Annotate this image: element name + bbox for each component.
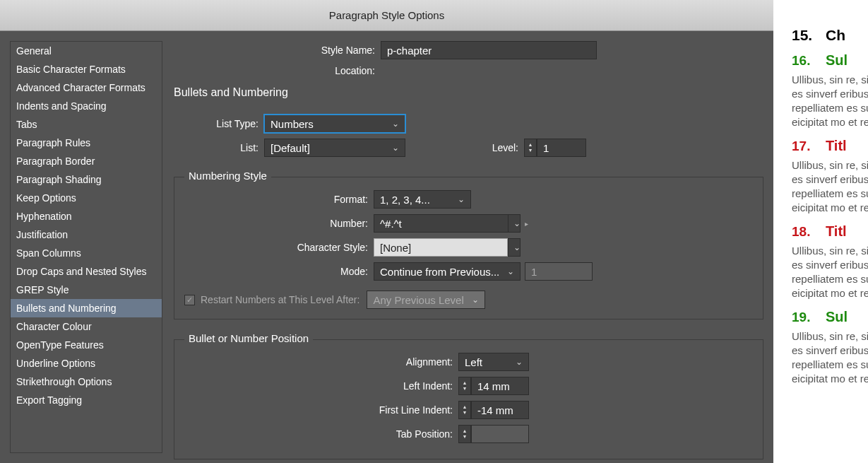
chevron-down-icon: ⌄ [458, 194, 465, 204]
chevron-down-icon: ⌄ [516, 357, 523, 367]
sidebar-item[interactable]: Indents and Spacing [11, 97, 162, 115]
list-label: List: [174, 142, 258, 153]
chevron-down-icon: ⌄ [507, 266, 514, 276]
level-label: Level: [405, 142, 518, 153]
restart-level-dropdown: Any Previous Level ⌄ [367, 291, 485, 309]
sidebar-item[interactable]: Paragraph Rules [11, 134, 162, 152]
preview-heading-text: Sul [826, 52, 848, 68]
sidebar-item[interactable]: Paragraph Border [11, 152, 162, 170]
chevron-down-icon: ⌄ [392, 143, 399, 153]
tab-position-label: Tab Position: [184, 428, 453, 440]
format-label: Format: [184, 194, 368, 205]
sidebar-item[interactable]: Character Colour [11, 317, 162, 336]
list-value: [Default] [270, 142, 310, 154]
sidebar-item[interactable]: GREP Style [11, 281, 162, 299]
sidebar-item[interactable]: Tabs [11, 115, 162, 134]
restart-checkbox[interactable]: ✓ [184, 295, 195, 305]
first-line-label: First Line Indent: [184, 404, 453, 416]
restart-label: Restart Numbers at This Level After: [201, 294, 359, 305]
preview-body-line: eicipitat mo et rei [792, 286, 868, 300]
preview-heading-text: Sul [826, 309, 848, 324]
sidebar-item[interactable]: Hyphenation [11, 207, 162, 225]
preview-heading-number: 17. [792, 139, 826, 154]
sidebar-item[interactable]: Advanced Character Formats [11, 78, 162, 97]
mode-dropdown[interactable]: Continue from Previous... ⌄ [374, 262, 521, 281]
mode-number-input [525, 262, 593, 281]
sidebar-item[interactable]: Export Tagging [11, 391, 162, 409]
alignment-value: Left [465, 356, 482, 368]
sidebar-item[interactable]: Drop Caps and Nested Styles [11, 262, 162, 281]
char-style-value: [None] [380, 242, 411, 254]
preview-body-line: Ullibus, sin re, si c [792, 244, 868, 258]
number-flyout-button[interactable]: ⌄ [508, 214, 521, 233]
char-style-label: Character Style: [184, 242, 368, 253]
preview-body-line: es sinverf eribus si [792, 87, 868, 101]
panel-content: Style Name: Location: Bullets and Number… [174, 41, 763, 453]
stepper-buttons-icon[interactable]: ▲▼ [524, 139, 537, 157]
preview-body-line: Ullibus, sin re, si c [792, 329, 868, 344]
list-type-value: Numbers [270, 118, 314, 130]
char-style-flyout-button[interactable]: ⌄ [508, 238, 521, 257]
format-dropdown[interactable]: 1, 2, 3, 4... ⌄ [374, 190, 471, 209]
first-line-stepper[interactable]: ▲▼ [458, 401, 529, 419]
sidebar-item[interactable]: Keep Options [11, 189, 162, 207]
preview-heading-text: Ch [826, 27, 845, 43]
location-label: Location: [174, 65, 375, 76]
first-line-input[interactable] [471, 401, 529, 419]
stepper-buttons-icon[interactable]: ▲▼ [458, 401, 471, 419]
number-input[interactable] [374, 214, 508, 233]
preview-body-line: Ullibus, sin re, si c [792, 73, 868, 87]
preview-body-line: eicipitat mo et rei [792, 115, 868, 129]
preview-body-line: es sinverf eribus si [792, 172, 868, 187]
tab-position-input[interactable] [471, 425, 529, 443]
paragraph-style-options-dialog: Paragraph Style Options GeneralBasic Cha… [0, 0, 773, 463]
preview-body-line: es sinverf eribus si [792, 258, 868, 272]
stepper-buttons-icon[interactable]: ▲▼ [458, 425, 471, 443]
left-indent-label: Left Indent: [184, 380, 453, 392]
format-value: 1, 2, 3, 4... [380, 194, 430, 206]
list-type-dropdown[interactable]: Numbers ⌄ [264, 115, 405, 133]
insert-special-icon[interactable]: ▸ [525, 220, 528, 228]
number-label: Number: [184, 218, 368, 229]
sidebar-item[interactable]: Justification [11, 225, 162, 244]
chevron-down-icon: ⌄ [392, 119, 399, 129]
sidebar-item[interactable]: General [11, 42, 162, 60]
tab-position-stepper[interactable]: ▲▼ [458, 425, 529, 443]
preview-heading-number: 15. [792, 27, 826, 44]
preview-heading-number: 19. [792, 310, 826, 325]
preview-body-line: repelliatem es sus [792, 101, 868, 115]
level-stepper[interactable]: ▲▼ [524, 139, 586, 157]
style-name-input[interactable] [381, 41, 597, 59]
sidebar-item[interactable]: Bullets and Numbering [11, 299, 162, 317]
dialog-title: Paragraph Style Options [0, 0, 773, 31]
preview-body-line: Ullibus, sin re, si c [792, 158, 868, 172]
mode-value: Continue from Previous... [380, 266, 499, 278]
section-title: Bullets and Numbering [174, 86, 763, 99]
list-type-label: List Type: [174, 118, 258, 129]
list-dropdown[interactable]: [Default] ⌄ [264, 139, 405, 157]
sidebar-item[interactable]: Span Columns [11, 244, 162, 262]
sidebar-item[interactable]: OpenType Features [11, 336, 162, 354]
mode-label: Mode: [184, 266, 368, 277]
char-style-dropdown[interactable]: [None] [374, 238, 508, 257]
sidebar-item[interactable]: Paragraph Shading [11, 170, 162, 189]
preview-body-line: eicipitat mo et rei [792, 201, 868, 215]
level-input[interactable] [537, 139, 586, 157]
preview-body-line: repelliatem es sus [792, 187, 868, 201]
sidebar-item[interactable]: Basic Character Formats [11, 60, 162, 78]
chevron-down-icon: ⌄ [472, 295, 479, 305]
document-preview: 15.Ch16.SulUllibus, sin re, si ces sinve… [780, 0, 868, 463]
chevron-down-icon: ⌄ [513, 242, 521, 252]
numbering-style-legend: Numbering Style [184, 170, 271, 182]
preview-heading-text: Titl [826, 138, 847, 153]
stepper-buttons-icon[interactable]: ▲▼ [458, 377, 471, 395]
left-indent-stepper[interactable]: ▲▼ [458, 377, 529, 395]
preview-heading-text: Titl [826, 223, 847, 239]
preview-heading-number: 16. [792, 53, 826, 69]
left-indent-input[interactable] [471, 377, 529, 395]
sidebar-item[interactable]: Strikethrough Options [11, 373, 162, 391]
alignment-dropdown[interactable]: Left ⌄ [458, 353, 529, 371]
restart-level-value: Any Previous Level [373, 294, 463, 306]
position-legend: Bullet or Number Position [184, 332, 313, 344]
sidebar-item[interactable]: Underline Options [11, 354, 162, 373]
